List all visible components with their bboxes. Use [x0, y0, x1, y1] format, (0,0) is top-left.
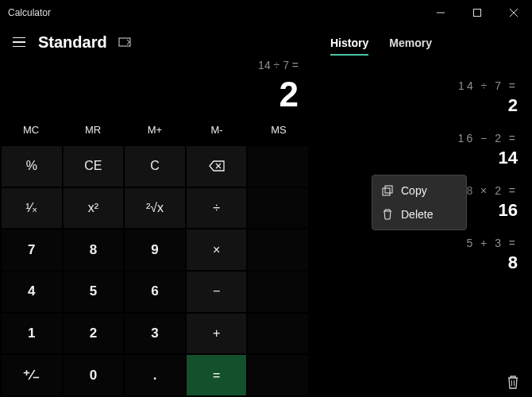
calculator-panel: Standard 14 ÷ 7 = 2 MC MR M+ M- MS % CE … [0, 25, 310, 397]
svg-rect-9 [385, 186, 392, 193]
memory-store[interactable]: MS [248, 119, 310, 145]
digit-6[interactable]: 6 [125, 272, 185, 312]
empty-slot [248, 314, 308, 354]
history-list: 14 ÷ 7 = 2 16 − 2 = 14 8 × 2 = 16 5 + 3 … [310, 64, 532, 273]
backspace-icon [209, 160, 225, 172]
history-result: 2 [310, 95, 518, 116]
empty-slot [248, 355, 308, 395]
clear-history-button[interactable] [507, 375, 519, 389]
empty-slot [248, 188, 308, 229]
memory-recall[interactable]: MR [62, 119, 124, 145]
divide-button[interactable]: ÷ [187, 188, 247, 229]
empty-slot [248, 272, 308, 312]
context-copy-label: Copy [401, 184, 427, 197]
digit-3[interactable]: 3 [125, 314, 185, 354]
memory-clear[interactable]: MC [0, 119, 62, 145]
menu-icon[interactable] [11, 37, 27, 48]
empty-slot [248, 146, 308, 187]
maximize-button[interactable] [459, 0, 495, 25]
percent-button[interactable]: % [2, 146, 62, 187]
close-button[interactable] [495, 0, 532, 25]
reciprocal-button[interactable]: ¹⁄ₓ [2, 188, 62, 229]
history-expression: 14 ÷ 7 = [310, 79, 518, 92]
digit-9[interactable]: 9 [125, 229, 185, 270]
context-menu: Copy Delete [372, 175, 467, 230]
context-copy[interactable]: Copy [372, 179, 466, 202]
digit-0[interactable]: 0 [64, 355, 124, 395]
history-expression: 16 − 2 = [310, 132, 518, 145]
digit-8[interactable]: 8 [64, 229, 124, 270]
expression-display: 14 ÷ 7 = [0, 59, 310, 75]
svg-rect-1 [474, 10, 481, 17]
history-item[interactable]: 14 ÷ 7 = 2 [310, 79, 518, 116]
keep-on-top-icon[interactable] [118, 36, 131, 48]
square-button[interactable]: x² [64, 188, 124, 229]
clear-entry-button[interactable]: CE [64, 146, 124, 187]
digit-4[interactable]: 4 [2, 272, 62, 312]
digit-2[interactable]: 2 [64, 314, 124, 354]
history-item[interactable]: 5 + 3 = 8 [310, 237, 518, 273]
history-result: 8 [310, 252, 518, 273]
context-delete[interactable]: Delete [372, 202, 466, 226]
copy-icon [382, 185, 393, 196]
context-delete-label: Delete [401, 208, 433, 221]
title-bar: Calculator [0, 0, 532, 25]
add-button[interactable]: + [187, 314, 247, 354]
tab-memory[interactable]: Memory [389, 37, 432, 56]
square-root-button[interactable]: ²√x [125, 188, 185, 229]
subtract-button[interactable]: − [187, 272, 247, 312]
backspace-button[interactable] [187, 146, 247, 187]
equals-button[interactable]: = [187, 355, 247, 395]
trash-icon [382, 209, 393, 220]
empty-slot [248, 229, 308, 270]
app-title: Calculator [8, 7, 51, 18]
history-expression: 5 + 3 = [310, 237, 518, 249]
digit-5[interactable]: 5 [64, 272, 124, 312]
history-item[interactable]: 16 − 2 = 14 [310, 132, 518, 168]
decimal-button[interactable]: . [125, 355, 185, 395]
tab-history[interactable]: History [330, 37, 368, 56]
negate-button[interactable]: ⁺⁄₋ [2, 355, 62, 395]
mode-label: Standard [38, 33, 107, 52]
memory-subtract[interactable]: M- [186, 119, 248, 145]
multiply-button[interactable]: × [187, 229, 247, 270]
digit-7[interactable]: 7 [2, 229, 62, 270]
digit-1[interactable]: 1 [2, 314, 62, 354]
side-panel: History Memory 14 ÷ 7 = 2 16 − 2 = 14 8 … [310, 25, 532, 397]
result-display: 2 [0, 75, 310, 119]
svg-rect-4 [119, 38, 130, 46]
history-result: 14 [310, 148, 518, 168]
minimize-button[interactable] [422, 0, 459, 25]
svg-rect-10 [383, 188, 390, 195]
clear-button[interactable]: C [125, 146, 185, 187]
memory-add[interactable]: M+ [124, 119, 186, 145]
